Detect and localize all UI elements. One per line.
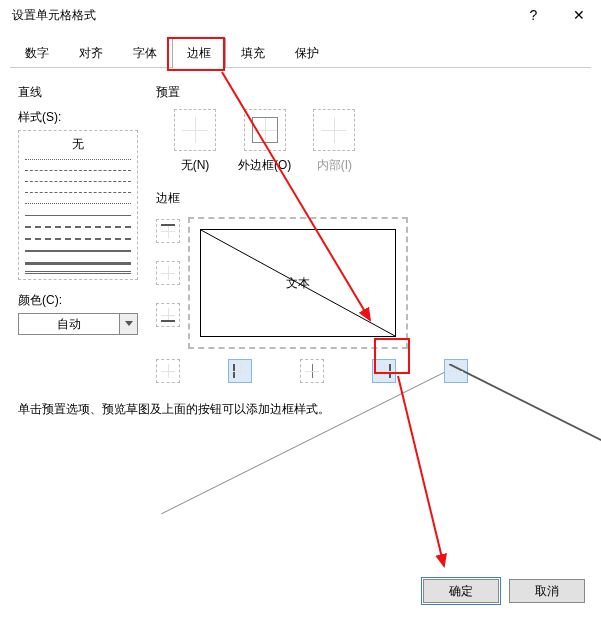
border-bottom-toggle[interactable] [156, 303, 180, 327]
title-bar: 设置单元格格式 ? ✕ [0, 0, 601, 30]
tab-alignment[interactable]: 对齐 [64, 38, 118, 68]
border-top-toggle[interactable] [156, 219, 180, 243]
ok-button[interactable]: 确定 [423, 579, 499, 603]
question-icon: ? [530, 7, 538, 23]
border-section-label: 边框 [156, 190, 583, 207]
border-diag-up-toggle[interactable] [156, 359, 180, 383]
line-style-none[interactable]: 无 [25, 136, 131, 153]
line-style-dashed[interactable] [25, 170, 131, 171]
cancel-button[interactable]: 取消 [509, 579, 585, 603]
line-style-thin[interactable] [25, 215, 131, 216]
line-style-dashed-spaced[interactable] [25, 181, 131, 182]
color-value: 自动 [19, 316, 119, 333]
preset-none-label: 无(N) [181, 157, 210, 174]
preset-outline-label: 外边框(O) [238, 157, 291, 174]
tab-font[interactable]: 字体 [118, 38, 172, 68]
preset-inside-label: 内部(I) [317, 157, 352, 174]
diagonal-line-icon [201, 230, 395, 336]
preset-none[interactable] [174, 109, 216, 151]
border-diag-down-toggle[interactable] [444, 359, 468, 383]
border-preview[interactable]: 文本 [188, 217, 408, 349]
line-style-list[interactable]: 无 [18, 130, 138, 280]
tab-strip: 数字 对齐 字体 边框 填充 保护 [10, 38, 591, 68]
preset-section-label: 预置 [156, 84, 583, 101]
svg-line-2 [449, 364, 601, 514]
border-middle-h-toggle[interactable] [156, 261, 180, 285]
line-style-medium[interactable] [25, 250, 131, 252]
line-section-label: 直线 [18, 84, 138, 101]
preview-cell: 文本 [200, 229, 396, 337]
close-button[interactable]: ✕ [556, 0, 601, 30]
border-left-toggle[interactable] [228, 359, 252, 383]
tab-fill[interactable]: 填充 [226, 38, 280, 68]
svg-line-0 [201, 230, 395, 336]
style-label: 样式(S): [18, 109, 138, 126]
preset-inside[interactable] [313, 109, 355, 151]
line-style-dotted[interactable] [25, 159, 131, 160]
border-right-toggle[interactable] [372, 359, 396, 383]
chevron-down-icon [119, 314, 137, 334]
line-style-dashdotdot[interactable] [25, 203, 131, 204]
close-icon: ✕ [573, 7, 585, 23]
line-style-double[interactable] [25, 271, 131, 274]
help-button[interactable]: ? [511, 0, 556, 30]
preset-outline[interactable] [244, 109, 286, 151]
line-style-thick[interactable] [25, 262, 131, 265]
svg-line-1 [161, 364, 461, 514]
tab-border[interactable]: 边框 [172, 38, 226, 68]
line-style-medium-dashdot[interactable] [25, 238, 131, 240]
border-middle-v-toggle[interactable] [300, 359, 324, 383]
line-style-dashdot[interactable] [25, 192, 131, 193]
line-style-medium-dashed[interactable] [25, 226, 131, 228]
tab-protection[interactable]: 保护 [280, 38, 334, 68]
color-dropdown[interactable]: 自动 [18, 313, 138, 335]
window-title: 设置单元格格式 [12, 7, 511, 24]
tab-number[interactable]: 数字 [10, 38, 64, 68]
color-label: 颜色(C): [18, 292, 138, 309]
